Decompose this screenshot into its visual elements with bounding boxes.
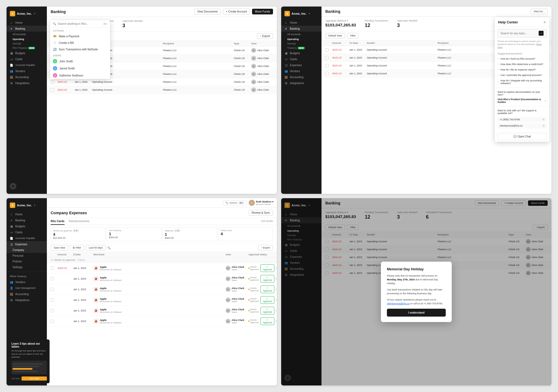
sidebar-item-integrations-q2[interactable]: ⊞ Integrations — [281, 80, 322, 86]
search-icon-expenses[interactable]: 🔍 — [107, 246, 111, 249]
sidebar-all-accounts-q2[interactable]: All Accounts — [281, 32, 322, 37]
docs-link[interactable]: Visit Rho's Product Documentation & Guid… — [495, 97, 549, 105]
modal-overlay[interactable]: Memorial Day Holiday Please note that no… — [281, 198, 551, 385]
sidebar-item-prime-treasury[interactable]: Rhino Treasury — [7, 274, 47, 279]
sidebar-item-ap-q3[interactable]: 📄 Accounts Payable — [7, 235, 47, 241]
sidebar-item-home-q2[interactable]: ⌂ Home — [281, 20, 322, 26]
more-options-icon[interactable]: ••• — [275, 320, 277, 323]
create-account-button[interactable]: + Create Account — [223, 9, 250, 14]
search-user-john[interactable]: J John Smith — [50, 58, 110, 65]
row-checkbox[interactable] — [51, 88, 54, 91]
export-button[interactable]: ↑ Export — [257, 33, 273, 39]
search-action-bill[interactable]: 📄 Create a Bill — [50, 39, 110, 46]
row-checkbox[interactable] — [51, 267, 54, 270]
sidebar-item-integrations-q3[interactable]: ⊞ Integrations — [7, 297, 47, 303]
row-checkbox[interactable] — [51, 80, 54, 84]
more-options-icon[interactable]: ••• — [275, 267, 277, 270]
row-checkbox[interactable] — [325, 72, 329, 75]
search-close-label[interactable]: ⌘K — [103, 23, 107, 25]
sidebar-sub-settings[interactable]: Settings — [7, 264, 47, 270]
more-options-icon[interactable]: ••• — [275, 277, 277, 280]
approve-button[interactable]: ✓ Approve — [260, 264, 275, 272]
sidebar-item-home[interactable]: ⌂ Home — [7, 20, 47, 26]
sidebar-item-ap[interactable]: 📄 Accounts Payable — [7, 62, 47, 68]
filter-badge-rejected[interactable]: 1 ▼ — [174, 229, 181, 232]
help-search-input[interactable] — [501, 32, 537, 35]
search-action-netsuite[interactable]: 🔄 Sync Transactions with NetSuite — [50, 46, 110, 53]
tab-rho-cards[interactable]: Rho Cards — [51, 218, 65, 225]
search-input[interactable] — [58, 22, 102, 25]
sidebar-item-expenses-q2[interactable]: ◫ Expenses — [281, 62, 322, 68]
more-options-icon[interactable]: ••• — [275, 288, 277, 291]
sidebar-account-savings-q2[interactable]: Savings — [281, 41, 322, 46]
help-question-5[interactable]: + How do I integrate with my accounting … — [495, 78, 549, 86]
sidebar-item-cards[interactable]: ▭ Cards — [7, 56, 47, 62]
sidebar-sub-personal[interactable]: Personal — [7, 253, 47, 259]
sidebar-item-banking-q2[interactable]: ≡ Banking — [281, 26, 322, 32]
row-checkbox[interactable] — [325, 64, 329, 67]
sidebar-item-banking[interactable]: ≡ Banking — [7, 26, 47, 32]
app-logo-q2[interactable]: A Acme, Inc. ▾ — [281, 9, 322, 20]
open-chat-button[interactable]: 💬 Open Chat — [498, 133, 547, 140]
sidebar-item-cards-q2[interactable]: ▭ Cards — [281, 56, 322, 62]
sidebar-item-budgets-q3[interactable]: ▦ Budgets — [7, 223, 47, 229]
user-button-q3[interactable]: R Ruth Watkins ▾ Account Owner — [249, 200, 274, 206]
sidebar-item-home-q3[interactable]: ⌂ Home — [7, 211, 47, 217]
row-checkbox[interactable] — [51, 298, 54, 302]
more-options-icon[interactable]: ••• — [275, 299, 277, 301]
modal-email-link[interactable]: clientservice@rho.co — [387, 302, 410, 305]
row-checkbox[interactable] — [51, 288, 54, 291]
sidebar-sub-company[interactable]: Company — [7, 247, 47, 253]
approve-button[interactable]: ✓ Approve — [260, 296, 275, 304]
app-logo[interactable]: A Acme, Inc. ▾ — [7, 9, 47, 20]
view-docs-btn-q2[interactable]: View Do... — [530, 9, 548, 14]
more-options-icon[interactable]: ••• — [275, 309, 277, 312]
sidebar-account-savings[interactable]: Savings — [7, 41, 47, 46]
filter-btn-expenses[interactable]: ⊞ Filter — [70, 245, 84, 250]
sidebar-item-accounting-q2[interactable]: 🧮 Accounting — [281, 74, 322, 80]
sidebar-item-vendors-q2[interactable]: 👥 Vendors — [281, 68, 322, 74]
help-question-2[interactable]: + How does Rho determine a credit limit? — [495, 62, 549, 67]
approve-button[interactable]: ✓ Approve — [260, 307, 275, 314]
tab-reimbursements[interactable]: Reimbursements — [69, 218, 90, 225]
search-user-jarred[interactable]: J Jarred Smith — [50, 65, 110, 72]
sidebar-item-budgets-q2[interactable]: ▦ Budgets — [281, 50, 322, 56]
search-action-payment[interactable]: 💳 Make a Payment — [50, 33, 110, 39]
sidebar-account-treasury-q2[interactable]: Treasury NEW — [281, 46, 322, 50]
row-checkbox[interactable] — [325, 56, 329, 59]
last-60-button[interactable]: Last 60 days — [86, 245, 106, 250]
sidebar-item-all-accounts[interactable]: All Accounts — [7, 32, 47, 37]
sidebar-item-expenses-q3[interactable]: ◫ Expenses — [7, 241, 47, 247]
sidebar-item-cards-q3[interactable]: ▭ Cards — [7, 229, 47, 235]
sidebar-item-banking-q3[interactable]: ≡ Banking — [7, 217, 47, 223]
copy-phone-button[interactable]: ⧉ — [543, 118, 544, 121]
save-view-button[interactable]: Save View — [51, 245, 68, 250]
row-checkbox[interactable] — [51, 320, 54, 323]
default-view-btn-q2[interactable]: Default View — [325, 33, 345, 38]
search-pill[interactable]: 🔍 Search ⌘K — [223, 200, 247, 206]
filter-btn-q2[interactable]: Filter — [347, 33, 359, 38]
sidebar-item-integrations[interactable]: ⊞ Integrations — [7, 80, 47, 86]
help-question-4[interactable]: + Can I automate the approval process? — [495, 72, 549, 78]
sidebar-sub-policies[interactable]: Policies — [7, 259, 47, 264]
move-funds-button[interactable]: Move Funds — [252, 9, 273, 14]
settings-icon[interactable]: ⚙ — [10, 183, 16, 189]
sidebar-account-operating-q2[interactable]: Operating — [281, 37, 322, 41]
review-sync-button[interactable]: Review & Sync — [249, 210, 273, 216]
help-search-button[interactable]: → — [539, 31, 544, 36]
help-question-3[interactable]: + How do I file an expense report? — [495, 67, 549, 72]
lets-start-button[interactable]: Let's Start — [22, 376, 47, 381]
filter-badge[interactable]: 4 ▼ — [73, 229, 79, 232]
sidebar-item-accounting-q3[interactable]: 🧮 Accounting — [7, 291, 47, 297]
sidebar-item-usermgmt[interactable]: 👤 User Management — [7, 285, 47, 291]
export-btn-expenses[interactable]: ↑ Export — [258, 245, 273, 250]
row-checkbox[interactable] — [51, 277, 54, 280]
view-docs-button[interactable]: View Documents — [194, 9, 221, 14]
copy-email-button[interactable]: ⧉ — [543, 124, 544, 127]
approve-button[interactable]: ✓ Approve — [260, 317, 275, 325]
sidebar-item-vendors[interactable]: 👥 Vendors — [7, 68, 47, 74]
app-logo-q3[interactable]: A Acme, Inc. ▾ — [7, 200, 47, 211]
help-close-button[interactable]: ✕ — [543, 20, 546, 24]
read-more-link[interactable]: Read more — [498, 43, 541, 48]
i-understand-button[interactable]: I understand — [387, 309, 446, 317]
